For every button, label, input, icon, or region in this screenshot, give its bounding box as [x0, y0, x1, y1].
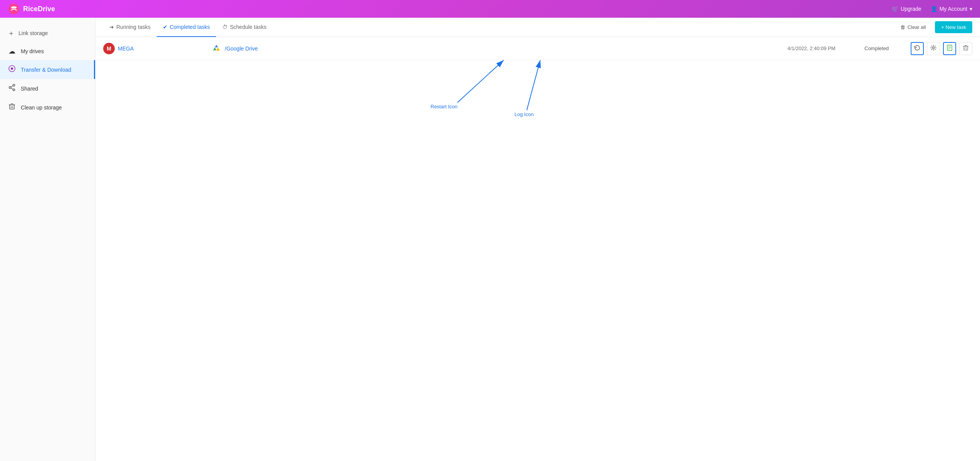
tab-schedule-tasks[interactable]: ⏱ Schedule tasks — [216, 18, 273, 37]
task-destination-name[interactable]: /Google Drive — [225, 45, 258, 52]
trash-row-icon — [963, 45, 969, 52]
sidebar-item-my-drives[interactable]: ☁ My drives — [0, 42, 95, 60]
new-task-label: + New task — [941, 24, 966, 30]
sidebar-label-my-drives: My drives — [21, 48, 44, 54]
app-header: RiceDrive 🛒 Upgrade 👤 My Account ▾ — [0, 0, 980, 18]
logo: RiceDrive — [8, 3, 55, 15]
table-row: M MEGA — [95, 37, 980, 60]
completed-tasks-label: Completed tasks — [170, 24, 210, 30]
transfer-icon — [8, 65, 16, 74]
clear-all-button[interactable]: 🗑 Clear all — [896, 22, 931, 32]
account-label: My Account — [940, 6, 967, 12]
svg-line-6 — [11, 86, 13, 87]
svg-point-2 — [11, 67, 13, 70]
completed-check-icon: ✔ — [163, 24, 168, 30]
svg-rect-8 — [10, 105, 14, 109]
task-date: 4/1/2022, 2:40:09 PM — [787, 45, 864, 51]
header-right: 🛒 Upgrade 👤 My Account ▾ — [892, 6, 972, 12]
task-destination: /Google Drive — [211, 43, 787, 54]
link-storage-button[interactable]: ＋ Link storage — [0, 24, 95, 42]
task-source: M MEGA — [103, 43, 211, 54]
cloud-icon: ☁ — [8, 47, 16, 56]
svg-text:Restart Icon: Restart Icon — [431, 104, 457, 109]
task-source-name[interactable]: MEGA — [118, 45, 134, 52]
link-storage-label: Link storage — [18, 30, 48, 36]
task-status: Completed — [864, 45, 911, 51]
cart-icon: 🛒 — [892, 6, 898, 12]
svg-point-3 — [13, 84, 15, 86]
share-icon — [8, 84, 16, 93]
chevron-down-icon: ▾ — [970, 6, 972, 12]
delete-button[interactable] — [959, 42, 972, 55]
logo-text: RiceDrive — [23, 5, 55, 13]
svg-text:Log Icon: Log Icon — [514, 111, 534, 117]
user-icon: 👤 — [931, 6, 937, 12]
mega-service-icon: M — [103, 43, 115, 54]
svg-line-25 — [457, 60, 504, 103]
main-content: ➜ Running tasks ✔ Completed tasks ⏱ Sche… — [95, 18, 980, 461]
tabs-right: 🗑 Clear all + New task — [896, 21, 972, 33]
gear-icon — [930, 45, 936, 52]
account-menu[interactable]: 👤 My Account ▾ — [931, 6, 972, 12]
upgrade-label: Upgrade — [901, 6, 921, 12]
tab-running-tasks[interactable]: ➜ Running tasks — [103, 18, 157, 37]
sidebar-label-cleanup: Clean up storage — [21, 104, 62, 111]
task-list: M MEGA — [95, 37, 980, 461]
tab-completed-tasks[interactable]: ✔ Completed tasks — [157, 18, 216, 37]
svg-point-5 — [9, 87, 11, 89]
schedule-clock-icon: ⏱ — [222, 24, 228, 30]
logo-icon — [8, 3, 20, 15]
svg-point-4 — [13, 89, 15, 91]
restart-button[interactable] — [911, 42, 924, 55]
svg-rect-20 — [964, 46, 968, 50]
cleanup-icon — [8, 103, 16, 112]
app-layout: ＋ Link storage ☁ My drives Transfer & Do… — [0, 18, 980, 461]
sidebar: ＋ Link storage ☁ My drives Transfer & Do… — [0, 18, 95, 461]
running-arrow-icon: ➜ — [109, 24, 114, 30]
log-icon — [946, 45, 953, 52]
sidebar-label-transfer: Transfer & Download — [21, 67, 71, 73]
gdrive-service-icon — [211, 43, 222, 54]
sidebar-label-shared: Shared — [21, 86, 38, 92]
clear-all-label: Clear all — [908, 24, 926, 30]
settings-button[interactable] — [927, 42, 940, 55]
sidebar-item-clean-up[interactable]: Clean up storage — [0, 98, 95, 117]
tabs-left: ➜ Running tasks ✔ Completed tasks ⏱ Sche… — [103, 18, 273, 37]
schedule-tasks-label: Schedule tasks — [230, 24, 266, 30]
task-actions — [911, 42, 972, 55]
sidebar-item-shared[interactable]: Shared — [0, 79, 95, 98]
sidebar-item-transfer-download[interactable]: Transfer & Download — [0, 60, 95, 79]
upgrade-button[interactable]: 🛒 Upgrade — [892, 6, 921, 12]
trash-icon: 🗑 — [900, 24, 905, 30]
plus-icon: ＋ — [8, 29, 15, 38]
log-button[interactable] — [943, 42, 956, 55]
svg-line-7 — [11, 88, 13, 89]
svg-point-15 — [933, 47, 935, 49]
running-tasks-label: Running tasks — [116, 24, 151, 30]
tabs-bar: ➜ Running tasks ✔ Completed tasks ⏱ Sche… — [95, 18, 980, 37]
new-task-button[interactable]: + New task — [935, 21, 972, 33]
restart-icon — [914, 45, 920, 52]
svg-line-26 — [527, 60, 540, 110]
